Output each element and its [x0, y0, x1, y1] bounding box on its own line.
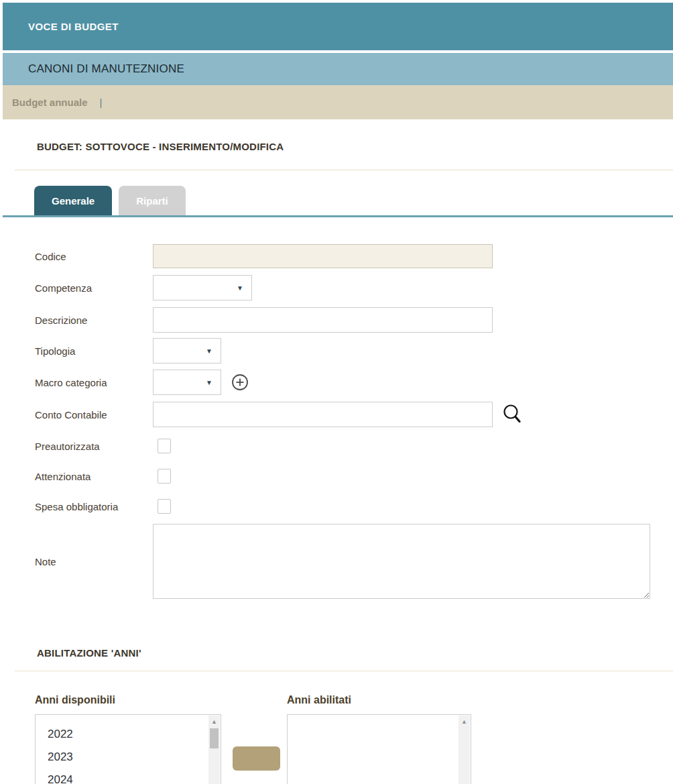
context-title-bar: CANONI DI MANUTEZNIONE	[3, 53, 673, 85]
year-list-item[interactable]: 2024	[36, 769, 221, 784]
conto-contabile-field[interactable]	[153, 402, 493, 427]
note-row: Note	[35, 524, 673, 599]
available-years-label: Anni disponibili	[35, 694, 221, 706]
title-divider	[15, 170, 673, 170]
codice-label: Codice	[35, 251, 153, 262]
search-icon	[502, 403, 522, 426]
scrollbar-thumb[interactable]	[210, 728, 219, 748]
page: VOCE DI BUDGET CANONI DI MANUTEZNIONE Bu…	[0, 0, 673, 784]
breadcrumb-item-budget-annuale[interactable]: Budget annuale	[12, 97, 88, 108]
dropdown-arrow-icon: ▼	[206, 347, 212, 355]
competenza-row: Competenza ▼	[35, 275, 673, 300]
descrizione-label: Descrizione	[35, 315, 153, 326]
years-picker: Anni disponibili 202220232024 ▲ Anni abi…	[0, 694, 673, 784]
spesa-obbligatoria-row: Spesa obbligatoria	[35, 499, 673, 514]
app-title-bar: VOCE DI BUDGET	[3, 3, 673, 50]
note-field[interactable]	[153, 524, 650, 599]
move-year-right-button[interactable]	[233, 746, 280, 771]
app-title: VOCE DI BUDGET	[28, 21, 119, 32]
preautorizzata-row: Preautorizzata	[35, 439, 673, 453]
enabled-years-listbox[interactable]: ▲	[287, 714, 471, 784]
attenzionata-checkbox[interactable]	[158, 469, 171, 484]
macro-categoria-select[interactable]: ▼	[153, 370, 221, 395]
years-section-title: ABILITAZIONE 'ANNI'	[37, 647, 673, 659]
enabled-years-column: Anni abilitati ▲	[287, 694, 471, 784]
dropdown-arrow-icon: ▼	[237, 284, 243, 292]
spesa-obbligatoria-label: Spesa obbligatoria	[35, 501, 153, 512]
page-title: BUDGET: SOTTOVOCE - INSERIMENTO/MODIFICA	[37, 141, 673, 152]
preautorizzata-checkbox[interactable]	[158, 439, 171, 453]
enabled-years-scrollbar[interactable]: ▲	[458, 716, 470, 784]
spesa-obbligatoria-checkbox[interactable]	[158, 499, 171, 514]
tipologia-select[interactable]: ▼	[153, 338, 221, 363]
descrizione-field[interactable]	[153, 307, 493, 333]
tab-underline	[3, 215, 673, 217]
available-years-scrollbar[interactable]: ▲	[208, 716, 220, 784]
competenza-label: Competenza	[35, 282, 153, 294]
tipologia-label: Tipologia	[35, 345, 153, 357]
dropdown-arrow-icon: ▼	[206, 379, 212, 386]
breadcrumb: Budget annuale |	[3, 85, 673, 119]
conto-contabile-search-button[interactable]	[502, 403, 522, 426]
header: VOCE DI BUDGET CANONI DI MANUTEZNIONE Bu…	[3, 3, 673, 119]
macro-categoria-row: Macro categoria ▼	[35, 370, 673, 395]
tab-generale[interactable]: Generale	[34, 186, 112, 215]
plus-circle-icon	[231, 374, 249, 391]
general-form: Codice Competenza ▼ Descrizione Tipologi…	[0, 244, 673, 599]
note-label: Note	[35, 556, 153, 567]
macro-categoria-label: Macro categoria	[35, 377, 153, 388]
descrizione-row: Descrizione	[35, 307, 673, 333]
transfer-column	[221, 694, 287, 784]
tipologia-row: Tipologia ▼	[35, 338, 673, 363]
conto-contabile-label: Conto Contabile	[35, 409, 153, 421]
year-list-item[interactable]: 2022	[36, 723, 221, 746]
available-years-column: Anni disponibili 202220232024 ▲	[35, 694, 221, 784]
conto-contabile-row: Conto Contabile	[35, 402, 673, 427]
preautorizzata-label: Preautorizzata	[35, 441, 153, 452]
codice-field	[153, 244, 493, 268]
attenzionata-row: Attenzionata	[35, 469, 673, 484]
available-years-items: 202220232024	[36, 715, 221, 784]
competenza-select[interactable]: ▼	[153, 275, 252, 300]
year-list-item[interactable]: 2023	[36, 746, 221, 769]
scroll-up-arrow-icon[interactable]: ▲	[208, 716, 220, 727]
tab-bar: Generale Riparti	[34, 186, 673, 215]
breadcrumb-separator: |	[100, 97, 103, 108]
scroll-up-arrow-icon[interactable]: ▲	[458, 716, 470, 727]
tab-riparti[interactable]: Riparti	[119, 186, 186, 215]
add-macro-categoria-button[interactable]	[231, 374, 249, 391]
enabled-years-label: Anni abilitati	[287, 694, 471, 706]
enabled-years-items	[288, 715, 471, 723]
attenzionata-label: Attenzionata	[35, 471, 153, 482]
context-title: CANONI DI MANUTEZNIONE	[28, 62, 184, 76]
years-section-divider	[15, 671, 673, 671]
available-years-listbox[interactable]: 202220232024 ▲	[35, 714, 221, 784]
codice-row: Codice	[35, 244, 673, 268]
